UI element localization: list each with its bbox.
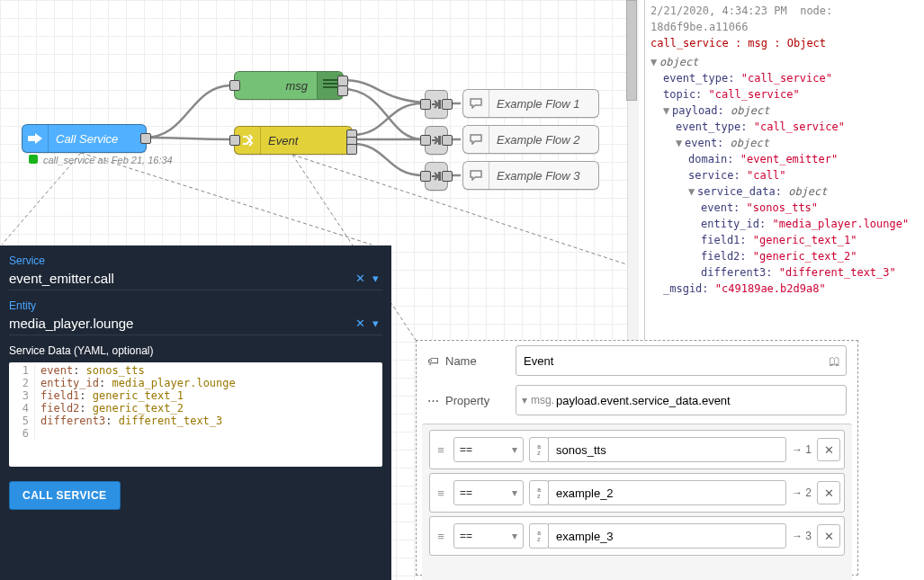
rule-output: → 2 [792,486,812,499]
delete-rule-button[interactable]: ✕ [817,481,840,504]
debug-sidebar[interactable]: 2/21/2020, 4:34:23 PM node: 18d6f9be.a11… [644,0,924,342]
service-input[interactable] [9,267,352,290]
operator-select[interactable]: ==▾ [453,523,524,549]
switch-rule[interactable]: ≡==▾az→ 1✕ [429,430,845,469]
rule-value-input[interactable] [554,529,780,544]
switch-node-editor: 🏷 Name 🕮 ⋯ Property ▾ msg. ≡==▾az→ 1✕≡==… [416,340,858,576]
name-input[interactable] [522,353,829,369]
yaml-label: Service Data (YAML, optional) [9,344,382,357]
debug-tree[interactable]: ▼object event_type: "call_service" topic… [645,54,924,297]
drag-handle-icon[interactable]: ≡ [434,443,448,457]
clear-icon[interactable]: ✕ [352,313,369,334]
operator-select[interactable]: ==▾ [453,480,524,505]
property-label: Property [445,394,516,407]
call-service-button[interactable]: CALL SERVICE [9,481,121,510]
yaml-editor[interactable]: 1event: sonos_tts2entity_id: media_playe… [9,362,382,467]
rule-value-input[interactable] [554,442,780,458]
clear-icon[interactable]: ✕ [352,268,369,289]
chevron-down-icon[interactable]: ▾ [369,313,382,334]
entity-input[interactable] [9,312,352,335]
delete-rule-button[interactable]: ✕ [817,438,840,461]
service-label: Service [9,254,382,267]
name-label: Name [445,354,516,368]
debug-msg-path: call_service : msg : Object [650,37,826,49]
service-call-panel: Service ✕ ▾ Entity ✕ ▾ Service Data (YAM… [0,245,391,580]
bookmark-icon[interactable]: 🕮 [829,354,840,368]
ellipsis-icon: ⋯ [427,394,445,407]
string-type-icon[interactable]: az [529,480,549,505]
property-input[interactable] [554,393,840,408]
chevron-down-icon[interactable]: ▾ [369,268,382,289]
rule-value-input[interactable] [554,486,780,501]
drag-handle-icon[interactable]: ≡ [434,486,448,500]
rule-output: → 1 [792,443,812,456]
tag-icon: 🏷 [427,354,445,368]
entity-label: Entity [9,299,382,312]
rules-list: ≡==▾az→ 1✕≡==▾az→ 2✕≡==▾az→ 3✕ [422,424,852,580]
drag-handle-icon[interactable]: ≡ [434,530,448,543]
switch-rule[interactable]: ≡==▾az→ 3✕ [429,516,845,556]
scrollbar-thumb[interactable] [626,0,637,101]
string-type-icon[interactable]: az [529,523,549,549]
debug-timestamp: 2/21/2020, 4:34:23 PM [650,4,787,17]
canvas-scrollbar[interactable] [627,0,639,342]
delete-rule-button[interactable]: ✕ [817,524,840,548]
rule-output: → 3 [792,530,812,542]
operator-select[interactable]: ==▾ [453,437,524,462]
msg-prefix: msg. [531,394,554,406]
string-type-icon[interactable]: az [529,437,549,462]
switch-rule[interactable]: ≡==▾az→ 2✕ [429,473,845,513]
